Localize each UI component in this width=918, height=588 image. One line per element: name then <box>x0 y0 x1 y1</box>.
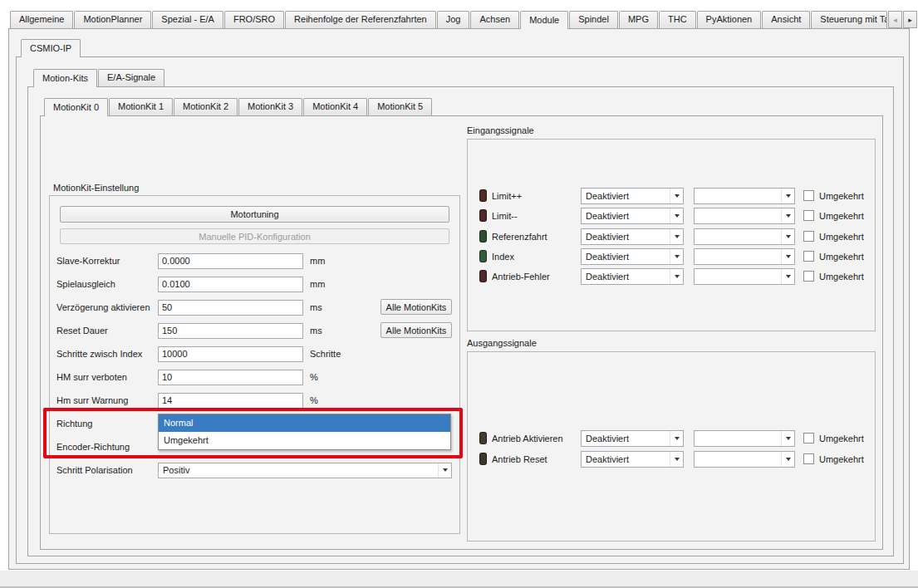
chevron-down-icon <box>670 431 683 446</box>
richtung-option-normal[interactable]: Normal <box>159 414 450 432</box>
richtung-option-umgekehrt[interactable]: Umgekehrt <box>159 432 450 449</box>
limit-minus-umgekehrt-checkbox[interactable] <box>803 210 814 221</box>
settings-group-title: MotionKit-Einstellung <box>53 183 139 193</box>
tab-motionkit-1[interactable]: MotionKit 1 <box>109 98 173 115</box>
chevron-down-icon <box>670 189 683 203</box>
antrieb-reset-mode-select[interactable]: Deaktiviert <box>581 451 684 468</box>
tab-mpg[interactable]: MPG <box>619 11 658 28</box>
antrieb-aktivieren-pin-select[interactable] <box>694 430 795 447</box>
limit-plus-umgekehrt-checkbox[interactable] <box>803 190 814 201</box>
antrieb-fehler-pin-select[interactable] <box>694 268 795 285</box>
antrieb-reset-pin-select[interactable] <box>694 451 795 468</box>
antrieb-aktivieren-mode-select[interactable]: Deaktiviert <box>581 430 684 447</box>
chevron-down-icon <box>781 229 794 244</box>
signal-row-index: Index Deaktiviert Umgekehrt <box>468 248 875 265</box>
antrieb-fehler-led-icon <box>479 270 487 282</box>
tab-module[interactable]: Module <box>520 11 568 29</box>
tab-spindel[interactable]: Spindel <box>569 11 618 28</box>
schritt-polarisation-label: Schritt Polarisation <box>56 465 158 475</box>
tab-csmio-ip[interactable]: CSMIO-IP <box>21 39 81 57</box>
tab-motionkit-3[interactable]: MotionKit 3 <box>238 98 302 115</box>
tab-ea-signale[interactable]: E/A-Signale <box>98 69 164 86</box>
ausgangssignale-group-box: Antrieb Aktivieren Deaktiviert Umgekehrt <box>467 351 876 541</box>
module-page: CSMIO-IP Motion-Kits E/A-Signale MotionK… <box>8 28 910 570</box>
signal-label: Antrieb Reset <box>492 451 547 468</box>
manuelle-pid-konfiguration-button[interactable]: Manuelle PID-Konfiguration <box>60 228 449 244</box>
tab-motionkit-0[interactable]: MotionKit 0 <box>44 98 108 116</box>
antrieb-reset-led-icon <box>479 453 487 465</box>
chevron-down-icon <box>781 431 794 446</box>
tab-steuerung-mit-taste[interactable]: Steuerung mit Taste <box>811 11 887 28</box>
index-led-icon <box>479 250 487 262</box>
signal-label: Referenzfahrt <box>492 228 547 245</box>
index-umgekehrt-checkbox[interactable] <box>803 251 814 262</box>
field-label: Spielausgleich <box>56 279 158 289</box>
alle-motionkits-button[interactable]: Alle MotionKits <box>380 299 452 315</box>
motion-kits-panel: MotionKit 0 MotionKit 1 MotionKit 2 Moti… <box>27 86 894 556</box>
referenzfahrt-mode-select[interactable]: Deaktiviert <box>581 228 684 245</box>
index-mode-select[interactable]: Deaktiviert <box>581 248 684 265</box>
referenzfahrt-pin-select[interactable] <box>694 228 795 245</box>
schritt-polarisation-select[interactable]: Positiv <box>158 463 452 478</box>
tab-ansicht[interactable]: Ansicht <box>762 11 810 28</box>
combo-value: Deaktiviert <box>582 454 670 464</box>
signal-row-limit-minus: Limit-- Deaktiviert Umgekehrt <box>468 208 875 224</box>
slave-korrektur-input[interactable] <box>158 253 303 269</box>
field-row-schritt-polarisation: Schritt Polarisation Positiv <box>56 462 453 478</box>
tab-pyaktionen[interactable]: PyAktionen <box>697 11 762 28</box>
reset-dauer-input[interactable] <box>158 323 303 339</box>
tab-achsen[interactable]: Achsen <box>470 11 519 28</box>
field-unit: ms <box>310 302 322 312</box>
motortuning-button[interactable]: Motortuning <box>60 206 449 223</box>
tab-motionkit-5[interactable]: MotionKit 5 <box>368 98 432 115</box>
signal-label: Antrieb-Fehler <box>492 268 550 285</box>
tab-motionplanner[interactable]: MotionPlanner <box>74 11 151 28</box>
tab-scroll-right-button[interactable]: ▸ <box>903 11 917 28</box>
limit-plus-pin-select[interactable] <box>694 188 795 204</box>
signal-row-antrieb-aktivieren: Antrieb Aktivieren Deaktiviert Umgekehrt <box>468 430 875 447</box>
antrieb-fehler-umgekehrt-checkbox[interactable] <box>803 271 814 282</box>
limit-minus-pin-select[interactable] <box>694 208 795 224</box>
antrieb-aktivieren-umgekehrt-checkbox[interactable] <box>803 433 814 443</box>
antrieb-reset-umgekehrt-checkbox[interactable] <box>803 453 814 464</box>
tab-fro-sro[interactable]: FRO/SRO <box>224 11 284 28</box>
signal-row-referenzfahrt: Referenzfahrt Deaktiviert Umgekehrt <box>468 228 875 245</box>
field-row-reset-dauer: Reset Dauer ms Alle MotionKits <box>56 322 453 339</box>
limit-minus-mode-select[interactable]: Deaktiviert <box>581 208 684 224</box>
signal-label: Limit++ <box>492 188 522 204</box>
signal-row-antrieb-reset: Antrieb Reset Deaktiviert Umgekehrt <box>468 451 875 468</box>
combo-value: Deaktiviert <box>582 434 670 443</box>
tab-jog[interactable]: Jog <box>437 11 470 28</box>
tab-motionkit-4[interactable]: MotionKit 4 <box>303 98 367 115</box>
eingangssignale-group-box: Limit++ Deaktiviert Umgekehrt <box>467 139 876 331</box>
settings-window: Allgemeine MotionPlanner Spezial - E/A F… <box>0 0 918 588</box>
tab-motion-kits[interactable]: Motion-Kits <box>33 69 97 87</box>
tab-scroll-left-button[interactable]: ◂ <box>888 11 902 28</box>
alle-motionkits-button[interactable]: Alle MotionKits <box>380 322 452 338</box>
spielausgleich-input[interactable] <box>158 277 303 292</box>
schritte-zwisch-index-input[interactable] <box>158 346 303 362</box>
verzoegerung-aktivieren-input[interactable] <box>158 300 303 316</box>
umgekehrt-label: Umgekehrt <box>819 208 864 224</box>
index-pin-select[interactable] <box>694 248 795 265</box>
signal-row-limit-plus: Limit++ Deaktiviert Umgekehrt <box>468 188 875 204</box>
tab-motionkit-2[interactable]: MotionKit 2 <box>174 98 238 115</box>
referenzfahrt-umgekehrt-checkbox[interactable] <box>803 231 814 242</box>
combo-value: Positiv <box>159 465 438 475</box>
field-row-hm-surr-warnung: Hm surr Warnung % <box>56 392 453 409</box>
kit-tabbar: MotionKit 0 MotionKit 1 MotionKit 2 Moti… <box>44 97 433 115</box>
tab-spezial-ea[interactable]: Spezial - E/A <box>152 11 223 28</box>
field-row-schritte-zwisch-index: Schritte zwisch Index Schritte <box>56 345 453 362</box>
window-bottom-strip <box>0 571 918 588</box>
antrieb-fehler-mode-select[interactable]: Deaktiviert <box>581 268 684 285</box>
limit-minus-led-icon <box>479 209 487 222</box>
hm-surr-warnung-input[interactable] <box>158 393 303 409</box>
tab-allgemeine[interactable]: Allgemeine <box>10 11 73 28</box>
hm-surr-verboten-input[interactable] <box>158 370 303 385</box>
tab-reihenfolge-der-referenzfahrten[interactable]: Reihenfolge der Referenzfahrten <box>285 11 436 28</box>
limit-plus-mode-select[interactable]: Deaktiviert <box>581 188 684 204</box>
csmio-ip-panel: Motion-Kits E/A-Signale MotionKit 0 Moti… <box>16 56 904 564</box>
field-label: Slave-Korrektur <box>56 256 158 266</box>
tab-thc[interactable]: THC <box>659 11 696 28</box>
combo-value: Deaktiviert <box>582 252 670 262</box>
